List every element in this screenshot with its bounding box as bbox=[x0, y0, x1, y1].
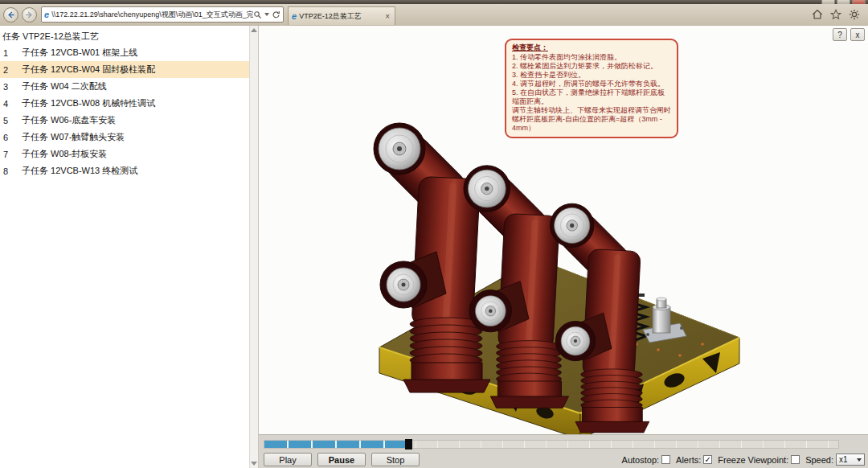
home-icon[interactable] bbox=[812, 9, 823, 20]
annotation-line: 调节主轴转动块上、下螺母来实现超程调节合闸时螺杆距底板距离-自由位置的距离=超程… bbox=[512, 106, 671, 133]
chevron-down-icon[interactable] bbox=[264, 13, 269, 16]
play-button[interactable]: Play bbox=[264, 453, 312, 466]
address-bar[interactable]: e \\172.22.21.29\share\chenyupeng\视图\动画\… bbox=[41, 6, 284, 23]
viewer-pane: ? x bbox=[259, 26, 868, 468]
playback-controls: Play Pause Stop Autostop: Alerts: Freeze… bbox=[259, 434, 868, 468]
task-row-number: 2 bbox=[0, 65, 22, 75]
task-row-label: 子任务 12VCB-W01 框架上线 bbox=[22, 47, 137, 59]
task-row-label: 子任务 12VCB-W13 终检测试 bbox=[22, 165, 137, 177]
task-row[interactable]: 5 子任务 W06-底盘车安装 bbox=[0, 112, 258, 129]
autostop-label: Autostop: bbox=[622, 455, 659, 465]
forward-arrow-icon bbox=[25, 10, 34, 19]
tab-vtp2e-12[interactable]: e VTP2E-12总装工艺 × bbox=[288, 6, 395, 25]
annotation-line: 5. 在自由状态下，测量绝缘拉杆下端螺杆距底板端面距离。 bbox=[512, 88, 671, 106]
alerts-checkbox[interactable] bbox=[703, 455, 712, 464]
task-row-number: 3 bbox=[0, 82, 22, 92]
autostop-checkbox[interactable] bbox=[661, 455, 670, 464]
task-row-number: 5 bbox=[0, 116, 22, 125]
task-list: 1 子任务 12VCB-W01 框架上线 2 子任务 12VCB-W04 固封极… bbox=[0, 44, 258, 179]
annotation-body: 1. 传动零件表面均匀涂抹润滑脂。 2. 螺栓紧固后达到力矩要求，并做防松标记。… bbox=[512, 53, 671, 133]
forward-button[interactable] bbox=[22, 7, 37, 23]
back-arrow-icon bbox=[6, 10, 15, 19]
task-row[interactable]: 8 子任务 12VCB-W13 终检测试 bbox=[0, 162, 258, 179]
annotation-line: 1. 传动零件表面均匀涂抹润滑脂。 bbox=[512, 53, 671, 62]
viewer-help-button[interactable]: ? bbox=[833, 28, 847, 41]
annotation-title: 检查要点： bbox=[512, 43, 671, 52]
annotation-line: 4. 调节超程时，所调节的螺母不允许带有负载。 bbox=[512, 80, 671, 88]
annotation-line: 2. 螺栓紧固后达到力矩要求，并做防松标记。 bbox=[512, 62, 671, 71]
task-row-number: 1 bbox=[0, 48, 22, 58]
speed-label: Speed: bbox=[805, 455, 833, 465]
annotation-line: 3. 检查挡卡是否到位。 bbox=[512, 71, 671, 80]
scroll-up-icon[interactable] bbox=[251, 28, 257, 32]
tab-title: VTP2E-12总装工艺 bbox=[299, 11, 383, 22]
task-row-number: 7 bbox=[0, 150, 22, 159]
favorites-star-icon[interactable] bbox=[830, 9, 841, 20]
freeze-viewpoint-checkbox[interactable] bbox=[791, 455, 800, 464]
alerts-label: Alerts: bbox=[676, 455, 701, 465]
task-row[interactable]: 6 子任务 W07-触臂触头安装 bbox=[0, 129, 258, 146]
browser-toolbar: e \\172.22.21.29\share\chenyupeng\视图\动画\… bbox=[0, 4, 868, 26]
task-row-label: 子任务 12VCB-W04 固封极柱装配 bbox=[22, 64, 155, 76]
timeline-track[interactable] bbox=[264, 440, 839, 449]
task-row-label: 子任务 W07-触臂触头安装 bbox=[22, 131, 125, 143]
task-row[interactable]: 1 子任务 12VCB-W01 框架上线 bbox=[0, 44, 258, 61]
timeline-progress-fill bbox=[264, 441, 408, 448]
back-button[interactable] bbox=[3, 7, 18, 23]
inspection-annotation: 检查要点： 1. 传动零件表面均匀涂抹润滑脂。 2. 螺栓紧固后达到力矩要求，并… bbox=[505, 39, 678, 138]
task-row[interactable]: 4 子任务 12VCB-W08 机械特性调试 bbox=[0, 95, 258, 112]
speed-value: x1 bbox=[839, 455, 857, 464]
task-row-label: 子任务 12VCB-W08 机械特性调试 bbox=[22, 97, 155, 109]
select-chevron-icon bbox=[857, 458, 862, 462]
task-row-number: 8 bbox=[0, 166, 22, 176]
timeline-handle[interactable] bbox=[405, 439, 412, 450]
task-row-label: 子任务 W06-底盘车安装 bbox=[22, 114, 116, 126]
refresh-icon[interactable] bbox=[272, 10, 280, 19]
scroll-down-icon[interactable] bbox=[251, 462, 257, 466]
viewer-close-button[interactable]: x bbox=[850, 28, 865, 41]
task-row-number: 6 bbox=[0, 133, 22, 142]
pause-button[interactable]: Pause bbox=[317, 453, 366, 466]
task-list-panel: 任务 VTP2E-12总装工艺 1 子任务 12VCB-W01 框架上线 2 子… bbox=[0, 26, 259, 468]
settings-gear-icon[interactable] bbox=[849, 9, 860, 20]
tab-close-icon[interactable]: × bbox=[383, 12, 391, 21]
tab-favicon: e bbox=[292, 11, 297, 21]
address-url: \\172.22.21.29\share\chenyupeng\视图\动画\01… bbox=[51, 10, 253, 20]
application-window: e \\172.22.21.29\share\chenyupeng\视图\动画\… bbox=[0, 0, 868, 468]
speed-select[interactable]: x1 bbox=[836, 454, 865, 466]
viewport-3d[interactable]: ? x bbox=[259, 26, 868, 434]
search-icon[interactable] bbox=[253, 10, 262, 19]
task-row-number: 4 bbox=[0, 99, 22, 109]
ie-favicon: e bbox=[44, 10, 49, 19]
task-row[interactable]: 7 子任务 W08-封板安装 bbox=[0, 146, 258, 162]
task-list-scrollbar[interactable] bbox=[249, 26, 258, 468]
freeze-viewpoint-label: Freeze Viewpoint: bbox=[718, 455, 788, 465]
stop-button[interactable]: Stop bbox=[371, 453, 420, 466]
task-row-label: 子任务 W04 二次配线 bbox=[22, 80, 107, 92]
task-row-label: 子任务 W08-封板安装 bbox=[22, 148, 107, 160]
task-row[interactable]: 2 子任务 12VCB-W04 固封极柱装配 bbox=[0, 61, 258, 78]
task-list-header: 任务 VTP2E-12总装工艺 bbox=[0, 28, 258, 44]
task-row[interactable]: 3 子任务 W04 二次配线 bbox=[0, 78, 258, 95]
